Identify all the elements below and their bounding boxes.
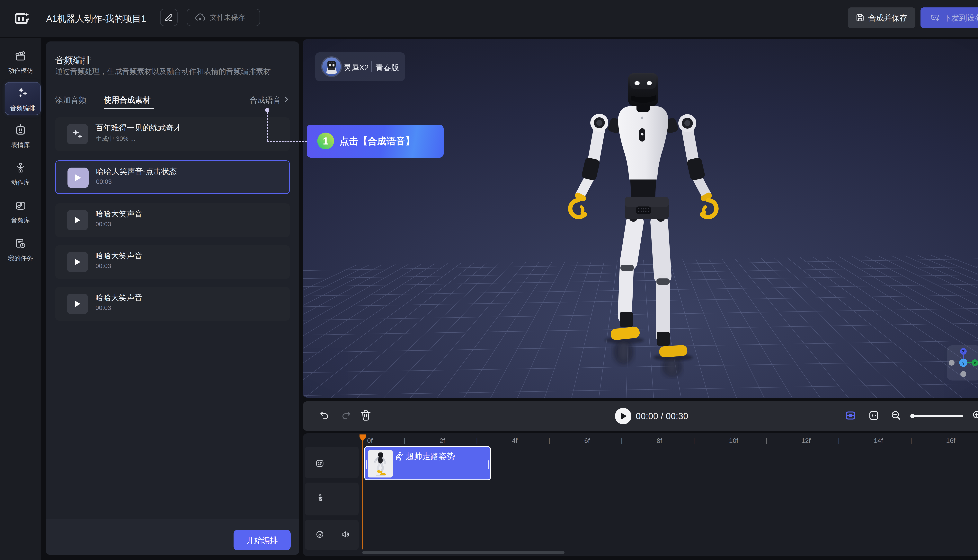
svg-text:X: X <box>973 361 976 366</box>
svg-text:Y: Y <box>962 361 965 366</box>
svg-text:Z: Z <box>962 349 965 354</box>
